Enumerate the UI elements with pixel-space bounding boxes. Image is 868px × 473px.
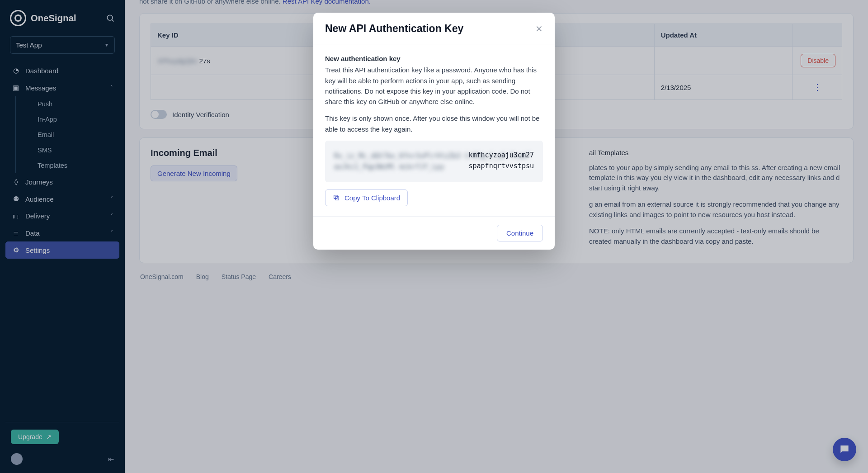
modal-lead: New authentication key — [325, 53, 543, 64]
copy-icon — [333, 194, 340, 201]
modal-title: New API Authentication Key — [325, 23, 463, 35]
close-icon[interactable]: ✕ — [535, 24, 543, 34]
copy-button-label: Copy To Clipboard — [344, 194, 400, 202]
modal-p2: This key is only shown once. After you c… — [325, 113, 543, 134]
modal-overlay[interactable]: New API Authentication Key ✕ New authent… — [0, 0, 868, 473]
api-key-visible-tail: kmfhcyzoaju3cm27 spapfnqrtvvstpsu — [469, 150, 534, 171]
copy-to-clipboard-button[interactable]: Copy To Clipboard — [325, 189, 408, 206]
continue-button[interactable]: Continue — [497, 225, 543, 241]
modal-p1: Treat this API authentication key like a… — [325, 65, 543, 107]
api-key-tail-2: spapfnqrtvvstpsu — [469, 162, 534, 170]
new-api-key-modal: New API Authentication Key ✕ New authent… — [313, 13, 555, 250]
api-key-display: Rv_iz_Mc_dQt7bv_Kfnr3vPlrVtzZb3 Cr6lg_C_… — [325, 141, 543, 182]
api-key-tail-1: kmfhcyzoaju3cm27 — [469, 151, 534, 159]
